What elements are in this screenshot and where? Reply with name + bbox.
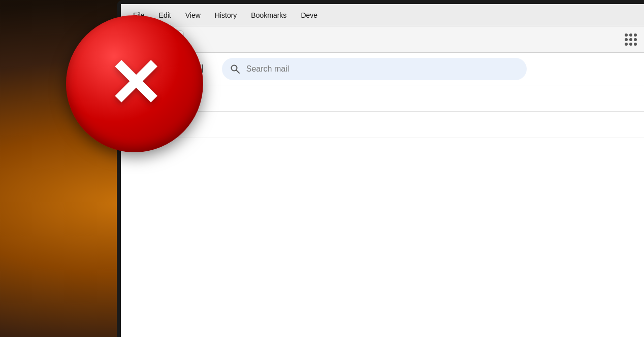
svg-line-6	[236, 70, 239, 73]
menu-history[interactable]: History	[208, 8, 244, 22]
menu-bookmarks[interactable]: Bookmarks	[244, 8, 294, 22]
search-placeholder-text: Search mail	[246, 64, 289, 74]
apps-grid-button[interactable]	[622, 30, 640, 49]
menu-developer[interactable]: Deve	[294, 8, 325, 22]
grid-dots-icon	[625, 33, 637, 46]
search-bar[interactable]: Search mail	[222, 58, 527, 80]
search-icon	[230, 64, 240, 74]
x-symbol: ✕	[107, 51, 163, 117]
red-circle: ✕	[66, 15, 203, 152]
error-x-overlay: ✕	[66, 15, 203, 152]
